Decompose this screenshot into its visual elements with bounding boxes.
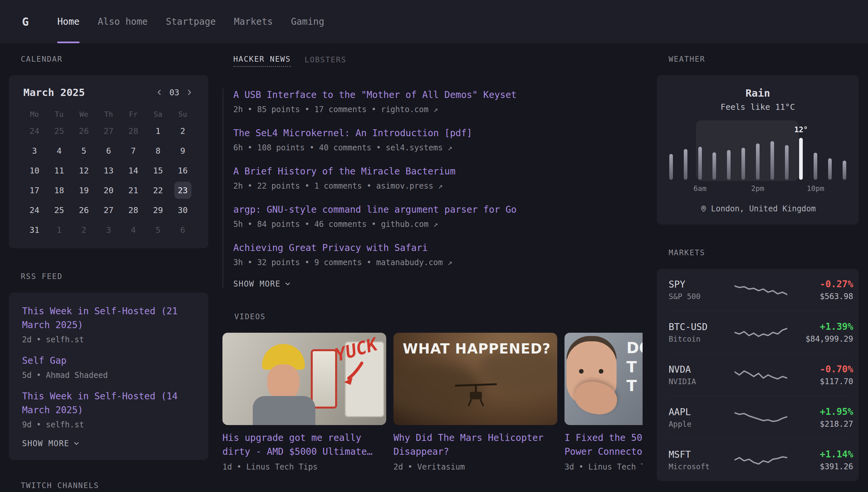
market-price: $84,999.29 [787,335,853,344]
logo[interactable]: G [20,15,31,28]
video-thumbnail[interactable]: YUCK [222,333,386,425]
market-price: $563.98 [787,292,853,301]
calendar-day: 21 [121,180,146,200]
calendar-grid: 2425262728123456789101112131415161718192… [22,121,195,240]
calendar-day: 27 [96,121,121,141]
nav-item-startpage[interactable]: Startpage [166,0,216,43]
weather-bar [814,153,817,180]
weather-section-title: WEATHER [657,55,859,63]
video-thumbnail[interactable]: DOTT [564,333,642,425]
video-title[interactable]: I Fixed the 5090's Melting Power Connect… [564,431,642,459]
calendar-weekday: We [72,110,96,118]
calendar-day: 28 [121,121,146,141]
news-item-title[interactable]: A USB Interface to the "Mother of All De… [233,88,642,102]
market-change: -0.70% [787,364,853,375]
weather-bar [843,161,846,180]
calendar-day: 28 [121,200,146,220]
weather-bar [770,141,774,180]
calendar-weekday: Su [170,110,195,118]
nav-item-gaming[interactable]: Gaming [291,0,324,43]
calendar-controls: 03 [155,88,194,97]
thumbnail-eye [599,369,603,374]
news-item-title[interactable]: A Brief History of the Miracle Bacterium [233,165,642,178]
center-column: HACKER NEWSLOBSTERS A USB Interface to t… [222,43,642,472]
main-nav: HomeAlso homeStartpageMarketsGaming [57,0,324,43]
market-sparkline [735,280,787,299]
video-title[interactable]: His upgrade got me really dirty - AMD $5… [222,431,386,459]
weather-condition: Rain [668,87,847,99]
market-change: +1.95% [787,406,853,417]
market-info: BTC-USDBitcoin [668,321,735,343]
news-tab-lobsters[interactable]: LOBSTERS [305,55,346,67]
market-name: Bitcoin [668,335,735,343]
weather-bar-slot: 12° [799,124,803,180]
weather-bar [684,149,687,180]
calendar-day: 25 [47,121,72,141]
weather-bar-slot: 10pm [814,124,817,180]
video-title[interactable]: Why Did The Mars Helicopter Disappear? [393,431,557,459]
news-item-title[interactable]: argp: GNU-style command line argument pa… [233,203,642,217]
news-item: A USB Interface to the "Mother of All De… [233,88,642,115]
calendar-day: 13 [96,161,121,180]
rss-item-title[interactable]: This Week in Self-Hosted (21 March 2025) [22,304,195,332]
news-tab-hacker-news[interactable]: HACKER NEWS [233,55,291,67]
market-values: -0.70%$117.70 [787,364,853,386]
news-item: argp: GNU-style command line argument pa… [233,203,642,229]
market-row-aapl[interactable]: AAPLApple+1.95%$218.27 [668,396,847,439]
markets-widget: MARKETS SPYS&P 500-0.27%$563.98BTC-USDBi… [657,248,859,481]
nav-item-home[interactable]: Home [57,0,79,43]
calendar-day: 1 [47,220,72,240]
calendar-day: 24 [22,200,47,220]
rss-show-more-button[interactable]: SHOW MORE [22,439,80,448]
thumbnail-face [267,364,299,400]
calendar-weekday: Mo [22,110,47,118]
video-meta: 1d • Linus Tech Tips [222,462,386,472]
market-ticker: NVDA [668,364,735,375]
header: G HomeAlso homeStartpageMarketsGaming [0,0,868,43]
market-row-spy[interactable]: SPYS&P 500-0.27%$563.98 [668,269,847,311]
weather-now-temp: 12° [794,125,808,134]
rss-widget: RSS FEED This Week in Self-Hosted (21 Ma… [9,272,208,460]
market-row-btc-usd[interactable]: BTC-USDBitcoin+1.39%$84,999.29 [668,311,847,353]
calendar-day: 26 [72,121,96,141]
calendar-day: 31 [22,220,47,240]
market-price: $391.26 [787,462,853,471]
weather-card: Rain Feels like 11°C 6am2pm12°10pm Londo… [657,75,859,225]
news-widget: HACKER NEWSLOBSTERS A USB Interface to t… [222,55,642,289]
market-ticker: BTC-USD [668,321,735,333]
calendar-day: 30 [170,200,195,220]
news-item-meta: 3h • 32 points • 9 comments • matanabudy… [233,257,642,267]
weather-bar-slot [712,124,716,180]
nav-item-also-home[interactable]: Also home [98,0,148,43]
news-item-title[interactable]: The SeL4 Microkernel: An Introduction [p… [233,126,642,140]
right-column: WEATHER Rain Feels like 11°C 6am2pm12°10… [657,43,859,481]
market-values: +1.95%$218.27 [787,406,853,429]
nav-item-markets[interactable]: Markets [234,0,273,43]
weather-bar-slot [785,124,789,180]
weather-bar-slot [770,124,774,180]
market-row-nvda[interactable]: NVDANVIDIA-0.70%$117.70 [668,353,847,396]
market-name: Apple [668,420,735,428]
calendar-day: 17 [22,180,47,200]
weather-bar [756,144,760,180]
calendar-day: 5 [146,220,170,240]
video-thumbnail[interactable]: WHAT HAPPENED? [393,333,557,425]
market-row-msft[interactable]: MSFTMicrosoft+1.14%$391.26 [668,439,847,481]
calendar-day: 9 [170,141,195,161]
news-show-more-button[interactable]: SHOW MORE [233,279,291,289]
rss-item: This Week in Self-Hosted (21 March 2025)… [22,304,195,345]
market-name: S&P 500 [668,292,735,301]
calendar-next-button[interactable] [185,88,194,97]
rss-item: Self Gap5d • Ahmad Shadeed [22,354,195,380]
market-price: $117.70 [787,377,853,386]
calendar-weekday: Sa [146,110,170,118]
rss-item-title[interactable]: This Week in Self-Hosted (14 March 2025) [22,390,195,417]
thumbnail-arrow-icon [340,361,366,388]
twitch-section-title: TWITCH CHANNELS [9,481,208,490]
calendar-day: 22 [146,180,170,200]
rss-item-title[interactable]: Self Gap [22,354,195,368]
news-item-meta: 5h • 84 points • 46 comments • github.co… [233,219,642,229]
news-item-title[interactable]: Achieving Great Privacy with Safari [233,241,642,255]
videos-widget: VIDEOS YUCKHis upgrade got me really dir… [222,312,642,472]
calendar-prev-button[interactable] [155,88,163,97]
